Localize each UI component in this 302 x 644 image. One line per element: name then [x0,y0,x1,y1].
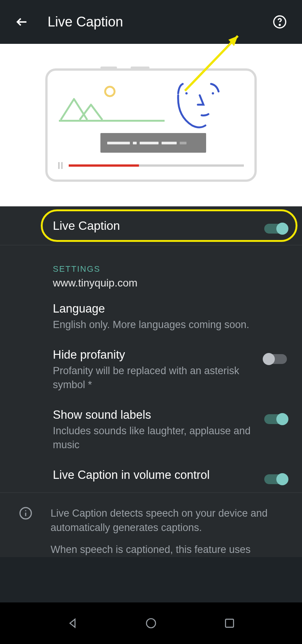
settings-panel: Live Caption SETTINGS www.tinyquip.com L… [0,206,302,557]
setting-toggle[interactable] [264,474,287,484]
live-caption-master-label: Live Caption [53,219,264,233]
nav-recent-icon[interactable] [223,617,236,629]
svg-point-9 [146,619,156,628]
pause-icon [58,162,63,169]
nav-back-icon[interactable] [66,617,79,629]
nav-home-icon[interactable] [145,617,157,629]
setting-title: Language [53,302,287,316]
hero-illustration [0,44,302,206]
setting-toggle[interactable] [264,354,287,364]
setting-title: Hide profanity [53,348,255,362]
svg-point-2 [185,92,188,94]
setting-subtitle: English only. More languages coming soon… [53,318,287,331]
setting-row[interactable]: Hide profanityProfanity will be replaced… [0,340,302,400]
setting-row[interactable]: Live Caption in volume control [0,460,302,492]
page-title: Live Caption [48,14,254,30]
app-bar: Live Caption [0,0,302,44]
setting-row[interactable]: LanguageEnglish only. More languages com… [0,294,302,340]
setting-subtitle: Includes sounds like laughter, applause … [53,424,255,452]
watermark-text: www.tinyquip.com [0,277,302,294]
progress-track [69,164,244,167]
caption-illustration [100,133,206,153]
info-line-1: Live Caption detects speech on your devi… [51,506,287,535]
back-icon[interactable] [15,15,29,29]
settings-section-label: SETTINGS [0,245,302,277]
help-icon[interactable] [273,15,287,29]
setting-title: Live Caption in volume control [53,468,255,482]
system-navbar [0,602,302,644]
svg-point-8 [25,510,26,511]
setting-row[interactable]: Show sound labelsIncludes sounds like la… [0,400,302,460]
setting-subtitle: Profanity will be replaced with an aster… [53,364,255,392]
info-section: Live Caption detects speech on your devi… [0,492,302,557]
svg-point-3 [212,92,214,94]
info-line-2: When speech is captioned, this feature u… [51,543,287,557]
info-text: Live Caption detects speech on your devi… [51,506,287,557]
live-caption-master-toggle-row[interactable]: Live Caption [0,206,302,245]
info-icon [19,506,32,520]
phone-frame-illustration [45,68,257,182]
setting-toggle[interactable] [264,414,287,424]
svg-rect-10 [225,619,233,627]
live-caption-master-toggle[interactable] [264,224,287,234]
svg-point-1 [279,25,280,26]
setting-title: Show sound labels [53,408,255,422]
